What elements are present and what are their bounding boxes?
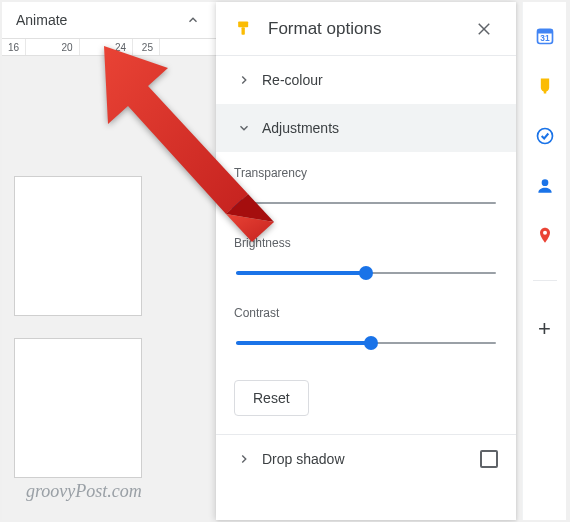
slider-thumb[interactable] [229, 196, 243, 210]
section-recolour[interactable]: Re-colour [216, 56, 516, 104]
slider-label: Brightness [234, 236, 498, 250]
drop-shadow-checkbox[interactable] [480, 450, 498, 468]
svg-rect-7 [543, 91, 546, 94]
panel-title: Format options [268, 19, 470, 39]
slider-block-contrast: Contrast [234, 306, 498, 352]
toolbar-animate-row[interactable]: Animate [2, 2, 216, 38]
contacts-icon[interactable] [535, 176, 555, 196]
panel-header: Format options [216, 2, 516, 56]
svg-point-9 [541, 179, 548, 186]
app-stage: Animate 16 20 24 25 groovyPost.com [0, 0, 570, 522]
close-icon [475, 20, 493, 38]
slider-label: Transparency [234, 166, 498, 180]
adjustments-body: Transparency Brightness Contrast [216, 152, 516, 426]
paint-format-icon [234, 19, 254, 39]
transparency-slider[interactable] [236, 194, 496, 212]
watermark-text: groovyPost.com [26, 481, 142, 502]
editor-left-fragment: Animate 16 20 24 25 groovyPost.com [2, 2, 216, 520]
add-addon-button[interactable]: + [535, 319, 555, 339]
svg-text:31: 31 [540, 33, 550, 43]
brightness-slider[interactable] [236, 264, 496, 282]
slide-thumbnail[interactable] [14, 338, 142, 478]
chevron-down-icon [230, 121, 258, 135]
recolour-label: Re-colour [258, 72, 498, 88]
section-adjustments[interactable]: Adjustments [216, 104, 516, 152]
animate-label: Animate [16, 12, 67, 28]
svg-point-10 [543, 231, 547, 235]
canvas-background: groovyPost.com [2, 56, 216, 520]
slider-block-brightness: Brightness [234, 236, 498, 282]
section-drop-shadow[interactable]: Drop shadow [216, 435, 516, 483]
slider-label: Contrast [234, 306, 498, 320]
adjustments-label: Adjustments [258, 120, 498, 136]
svg-rect-0 [238, 21, 248, 27]
side-rail: 31 + [522, 2, 566, 520]
reset-button[interactable]: Reset [234, 380, 309, 416]
calendar-icon[interactable]: 31 [535, 26, 555, 46]
close-button[interactable] [470, 15, 498, 43]
maps-icon[interactable] [535, 226, 555, 246]
contrast-slider[interactable] [236, 334, 496, 352]
drop-shadow-label: Drop shadow [258, 451, 480, 467]
horizontal-ruler: 16 20 24 25 [2, 38, 216, 56]
tasks-icon[interactable] [535, 126, 555, 146]
slide-thumbnail[interactable] [14, 176, 142, 316]
slider-thumb[interactable] [364, 336, 378, 350]
plus-icon: + [538, 316, 551, 342]
slider-block-transparency: Transparency [234, 166, 498, 212]
chevron-right-icon [230, 452, 258, 466]
format-options-panel: Format options Re-colour Adjustments Tra… [216, 2, 516, 520]
chevron-up-icon [184, 11, 202, 29]
svg-rect-1 [242, 27, 245, 35]
keep-icon[interactable] [535, 76, 555, 96]
chevron-right-icon [230, 73, 258, 87]
slider-thumb[interactable] [359, 266, 373, 280]
